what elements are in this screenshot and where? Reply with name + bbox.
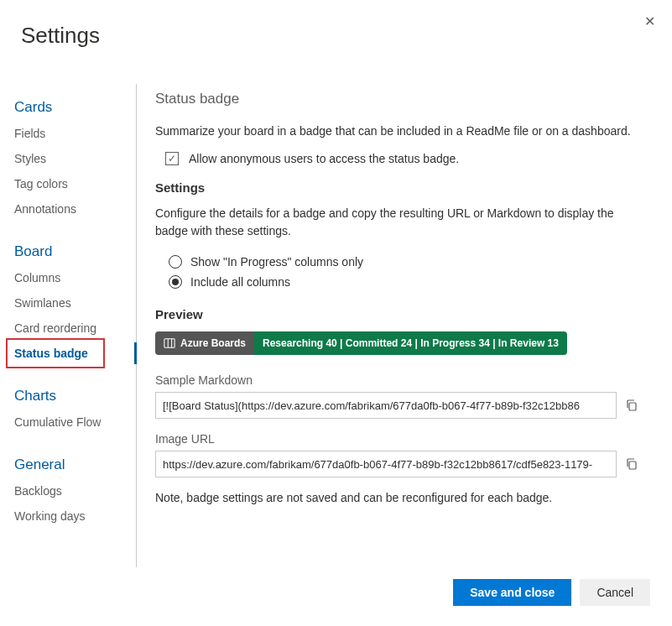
- page-title: Settings: [0, 0, 672, 49]
- cancel-button[interactable]: Cancel: [580, 579, 650, 606]
- svg-rect-3: [629, 403, 636, 410]
- svg-rect-0: [164, 339, 175, 348]
- sidebar-item-cumulativeflow[interactable]: Cumulative Flow: [0, 410, 136, 435]
- settings-desc: Configure the details for a badge and co…: [155, 205, 638, 240]
- status-badge-preview: Azure Boards Researching 40 | Committed …: [155, 331, 567, 355]
- save-button[interactable]: Save and close: [453, 579, 571, 606]
- sidebar-item-cardreordering[interactable]: Card reordering: [0, 316, 136, 341]
- badge-status: Researching 40 | Committed 24 | In Progr…: [263, 337, 559, 349]
- panel-description: Summarize your board in a badge that can…: [155, 123, 638, 140]
- copy-icon[interactable]: [625, 399, 638, 412]
- svg-rect-4: [629, 462, 636, 469]
- radio-inprogress-label: Show "In Progress" columns only: [190, 255, 363, 269]
- close-icon[interactable]: ✕: [644, 13, 655, 29]
- radio-all-label: Include all columns: [190, 275, 290, 289]
- sidebar-section-board: Board: [0, 237, 136, 265]
- sidebar-item-fields[interactable]: Fields: [0, 121, 136, 146]
- markdown-input[interactable]: [155, 392, 617, 419]
- imageurl-label: Image URL: [155, 432, 638, 446]
- sidebar-item-swimlanes[interactable]: Swimlanes: [0, 290, 136, 316]
- sidebar-section-cards: Cards: [0, 92, 136, 121]
- sidebar-item-columns[interactable]: Columns: [0, 265, 136, 290]
- panel-title: Status badge: [155, 91, 638, 107]
- sidebar-item-tagcolors[interactable]: Tag colors: [0, 171, 136, 196]
- markdown-label: Sample Markdown: [155, 373, 638, 387]
- radio-inprogress[interactable]: [169, 255, 182, 269]
- sidebar-item-workingdays[interactable]: Working days: [0, 503, 136, 529]
- sidebar: Cards Fields Styles Tag colors Annotatio…: [0, 84, 137, 567]
- sidebar-item-backlogs[interactable]: Backlogs: [0, 478, 136, 503]
- copy-icon[interactable]: [625, 457, 638, 471]
- boards-icon: [164, 337, 175, 349]
- badge-note: Note, badge settings are not saved and c…: [155, 491, 638, 504]
- allow-anon-checkbox[interactable]: ✓: [165, 152, 179, 165]
- sidebar-item-styles[interactable]: Styles: [0, 146, 136, 171]
- imageurl-input[interactable]: [155, 451, 617, 477]
- sidebar-section-charts: Charts: [0, 381, 136, 410]
- preview-subtitle: Preview: [155, 307, 638, 321]
- sidebar-item-annotations[interactable]: Annotations: [0, 196, 136, 222]
- allow-anon-label: Allow anonymous users to access the stat…: [189, 152, 459, 165]
- sidebar-section-general: General: [0, 450, 136, 478]
- highlight-box: [6, 338, 105, 368]
- badge-brand: Azure Boards: [180, 337, 246, 349]
- settings-subtitle: Settings: [155, 180, 638, 195]
- radio-all[interactable]: [169, 275, 182, 289]
